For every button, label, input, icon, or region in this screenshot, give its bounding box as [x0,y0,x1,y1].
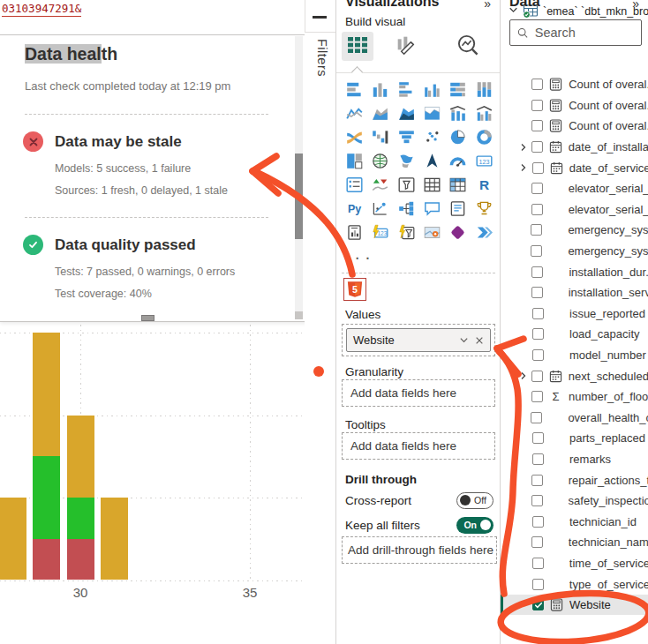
field-row-elevator-serial[interactable]: elevator_serial_.. [501,199,648,221]
visual-type-gauge[interactable] [445,149,471,173]
visual-type-slicer-new[interactable] [394,221,419,244]
field-checkbox[interactable] [531,412,542,423]
field-row-elevator-serial[interactable]: elevator_serial_.. [501,178,648,199]
visual-type-donut-chart[interactable] [471,125,496,149]
visual-type-funnel-chart[interactable] [394,125,419,149]
field-row-time-of-service[interactable]: time_of_service [501,553,648,574]
scrollbar-thumb[interactable] [295,154,303,239]
visual-type-stacked-area-chart[interactable] [394,101,419,125]
bar-segment-gold[interactable] [67,416,94,498]
field-row-technician-id[interactable]: technician_id [501,511,648,532]
tab-analytics[interactable] [452,32,484,61]
visual-type-area-chart[interactable] [367,101,393,125]
visual-type-pie-chart[interactable] [445,125,471,149]
visual-type-python-visual[interactable]: Py [342,197,367,221]
filters-pane-label[interactable]: Filters [315,39,329,77]
field-checkbox[interactable] [531,204,543,215]
chevron-right-icon[interactable] [518,162,532,173]
field-row-count-of-overal[interactable]: Count of overal.. [501,95,648,116]
field-row-safety-inspectio[interactable]: safety_inspectio.. [501,490,648,512]
bar-segment-green[interactable] [33,456,60,538]
collapse-pane-icon[interactable]: » [484,0,491,11]
more-visuals-button[interactable]: . . . [345,248,371,262]
field-row-repair-actions-t[interactable]: repair_actions_t.. [501,469,648,490]
visual-type-qa-visual[interactable] [419,197,445,221]
visual-type-ribbon-chart[interactable] [342,125,367,149]
visual-type-r-script-visual[interactable]: R [471,173,496,197]
field-row-installation-dur[interactable]: installation_dur.. [501,261,648,282]
visual-type-100-stacked-bar-chart[interactable] [445,78,471,101]
visual-type-decomposition-tree[interactable] [394,197,419,221]
field-checkbox[interactable] [531,79,543,90]
field-checkbox[interactable] [531,371,543,382]
tab-build-visual[interactable] [342,32,373,61]
drill-through-well[interactable]: Add drill-through fields here [342,536,497,564]
visual-type-slicer[interactable] [394,173,419,197]
visual-type-table[interactable] [419,173,445,197]
chevron-right-icon[interactable] [518,142,531,153]
field-row-parts-replaced[interactable]: parts_replaced [501,428,648,449]
field-row-count-of-overal[interactable]: Count of overal.. [501,116,648,137]
field-checkbox[interactable] [531,287,543,298]
field-checkbox[interactable] [532,453,544,465]
visual-type-line-chart[interactable] [342,101,367,125]
field-row-model-number[interactable]: model_number [501,345,648,366]
field-checkbox[interactable] [531,120,543,131]
field-row-next-scheduled[interactable]: next_scheduled.. [501,365,648,386]
visual-type-metrics[interactable] [471,197,496,221]
visual-type-100-stacked-column-chart[interactable] [471,78,496,101]
tab-format-visual[interactable] [390,32,422,61]
visual-type-azure-map[interactable] [419,149,445,173]
bar-segment-red[interactable] [67,539,94,580]
field-checkbox[interactable] [532,328,544,340]
field-row-technician-name[interactable]: technician_name [501,532,648,553]
search-input[interactable] [535,26,634,40]
values-well[interactable]: Website [342,324,495,356]
collapse-pane-icon[interactable]: » [632,0,639,11]
bar-segment-gold[interactable] [101,498,128,580]
visual-type-filled-map[interactable] [394,149,419,173]
field-checkbox[interactable] [532,349,544,361]
visual-type-power-apps[interactable] [445,221,471,244]
chevron-right-icon[interactable] [518,371,531,381]
field-row-number-of-floo[interactable]: Σnumber_of_floo.. [501,386,648,408]
visual-resize-handle[interactable] [141,315,154,321]
bar-segment-green[interactable] [67,498,94,539]
visual-type-treemap[interactable] [342,149,367,173]
field-row-installation-serv[interactable]: installation_serv.. [501,282,648,303]
bar-segment-gold[interactable] [33,333,60,456]
visual-type-scatter-chart[interactable] [419,125,445,149]
field-checkbox[interactable] [532,579,544,590]
bar-segment-gold[interactable] [0,498,26,580]
field-checkbox[interactable] [531,100,543,111]
field-checkbox[interactable] [531,224,542,236]
field-row-remarks[interactable]: remarks [501,449,648,470]
keep-all-filters-toggle[interactable]: On [456,517,494,534]
field-checkbox[interactable] [532,558,544,569]
visual-type-paginated-report[interactable] [342,221,367,244]
visual-type-line-and-clustered-column-chart[interactable] [471,101,496,125]
field-pill-website[interactable]: Website [346,328,491,352]
tooltips-well[interactable]: Add data fields here [342,432,495,460]
bar-segment-red[interactable] [33,539,60,580]
visual-type-matrix[interactable] [445,173,471,197]
field-checkbox[interactable] [531,495,543,506]
field-checkbox[interactable] [531,141,543,153]
visual-type-100-stacked-area-chart[interactable] [419,101,445,125]
field-checkbox[interactable] [531,475,543,486]
field-checkbox[interactable] [532,162,544,174]
chevron-down-icon[interactable] [459,335,469,345]
visual-type-power-automate[interactable] [471,221,496,244]
visual-type-stacked-bar-chart[interactable] [342,78,367,101]
field-row-count-of-overal[interactable]: Count of overal.. [501,74,648,95]
field-checkbox[interactable] [531,266,543,278]
visual-type-waterfall-chart[interactable] [367,125,393,149]
search-box[interactable] [509,19,642,46]
visual-type-card[interactable]: 123 [471,149,496,173]
filters-collapse-button[interactable] [305,0,335,33]
visual-type-map[interactable] [367,149,393,173]
field-row-date-of-service[interactable]: date_of_service [501,157,648,178]
visual-type-clustered-column-chart[interactable] [419,78,445,101]
granularity-well[interactable]: Add data fields here [342,379,495,407]
remove-field-icon[interactable] [475,336,484,345]
